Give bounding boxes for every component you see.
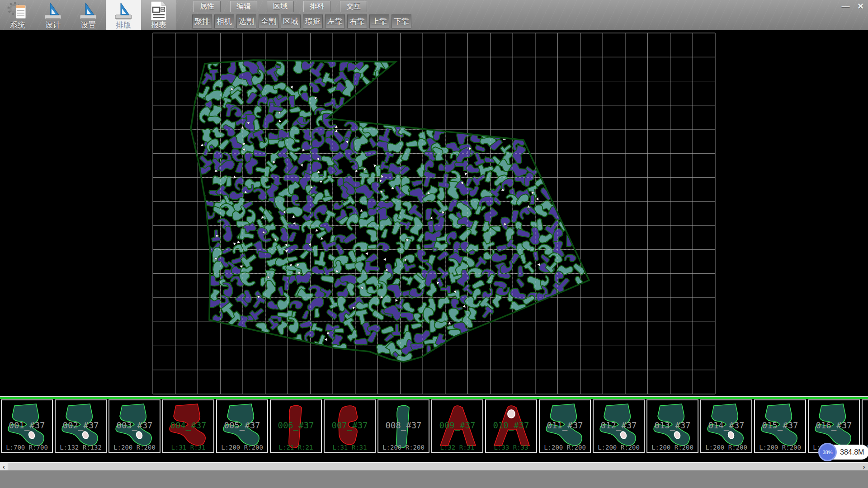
piece-id: 014_#37 xyxy=(701,420,751,430)
piece-id: 002_#37 xyxy=(56,420,106,430)
nesting-canvas[interactable] xyxy=(0,30,868,396)
piece-thumbnail[interactable]: 013_#37L:200 R:200 xyxy=(646,399,698,453)
tool-camera-button[interactable]: 相机 xyxy=(214,14,234,28)
piece-lr-count: L:200 R:200 xyxy=(109,444,160,451)
piece-thumbnail[interactable]: 004_#37L:31 R:31 xyxy=(162,399,214,453)
piece-thumbnail[interactable]: 015_#37L:200 R:200 xyxy=(754,399,806,453)
piece-thumbnail[interactable]: 002_#37L:132 R:132 xyxy=(55,399,107,453)
tool-defect-button[interactable]: 瑕疵 xyxy=(303,14,323,28)
panel-top-border xyxy=(0,396,868,399)
nav-settings-button[interactable]: 设置 xyxy=(71,0,106,30)
menu-interact-button[interactable]: 交互 xyxy=(340,1,367,12)
progress-circle: 38% xyxy=(818,443,837,461)
piece-lr-count: L:200 R:200 xyxy=(647,444,698,451)
ruler-icon xyxy=(78,1,99,21)
piece-lr-count: L:700 R:700 xyxy=(2,444,52,451)
piece-lr-count: L:200 R:200 xyxy=(701,444,751,451)
nav-system-button[interactable]: 系统 xyxy=(0,0,35,30)
piece-id: 017_#37 xyxy=(863,420,868,430)
piece-thumbnail[interactable]: 001_#37L:700 R:700 xyxy=(1,399,53,453)
memory-badge: 38% 384.8M xyxy=(819,445,868,460)
menu-nesting-button[interactable]: 排料 xyxy=(303,1,330,12)
menu-bar: 属性编辑区域排料交互 xyxy=(193,1,367,12)
memory-value: 384.8M xyxy=(840,445,864,460)
ruler-icon xyxy=(42,1,63,21)
tool-align-bottom-button[interactable]: 下靠 xyxy=(392,14,411,28)
toolbar: 系统设计设置排版报表 属性编辑区域排料交互 聚排相机选割全割区域瑕疵左靠右靠上靠… xyxy=(0,0,868,30)
piece-id: 007_#37 xyxy=(325,420,375,430)
piece-thumbnail[interactable]: 007_#37L:31 R:31 xyxy=(324,399,376,453)
application-window: 系统设计设置排版报表 属性编辑区域排料交互 聚排相机选割全割区域瑕疵左靠右靠上靠… xyxy=(0,0,868,488)
piece-id: 010_#37 xyxy=(486,420,536,430)
window-footer xyxy=(0,470,868,488)
piece-id: 003_#37 xyxy=(109,420,160,430)
piece-thumbnail[interactable]: 010_#37L:33 R:33 xyxy=(485,399,537,453)
piece-thumbnail-list: 001_#37L:700 R:700002_#37L:132 R:132003_… xyxy=(1,399,868,453)
piece-id: 009_#37 xyxy=(432,420,482,430)
piece-lr-count: L:200 R:200 xyxy=(594,444,644,451)
tool-bar: 聚排相机选割全割区域瑕疵左靠右靠上靠下靠 xyxy=(192,14,411,28)
piece-lr-count: L:132 R:132 xyxy=(56,444,106,451)
window-controls: — ✕ xyxy=(838,0,868,13)
nav-label: 设计 xyxy=(45,21,61,29)
piece-lr-count: L:33 R:33 xyxy=(486,444,536,451)
piece-thumbnail[interactable]: 008_#37L:200 R:200 xyxy=(377,399,429,453)
piece-id: 006_#37 xyxy=(271,420,321,430)
piece-lr-count: L:200 R:200 xyxy=(217,444,267,451)
close-button[interactable]: ✕ xyxy=(853,0,868,13)
main-nav: 系统设计设置排版报表 xyxy=(0,0,176,30)
tool-cluster-nest-button[interactable]: 聚排 xyxy=(192,14,212,28)
horizontal-scrollbar[interactable]: ‹ › xyxy=(0,462,868,470)
system-icon xyxy=(7,1,28,21)
scroll-right-button[interactable]: › xyxy=(860,463,868,470)
piece-lr-count: L:21 R:21 xyxy=(271,444,321,451)
piece-thumbnail[interactable]: 003_#37L:200 R:200 xyxy=(108,399,160,453)
piece-thumbnail[interactable]: 012_#37L:200 R:200 xyxy=(593,399,645,453)
piece-thumbnail[interactable]: 014_#37L:200 R:200 xyxy=(700,399,752,453)
nav-label: 设置 xyxy=(80,21,96,29)
piece-id: 008_#37 xyxy=(378,420,429,430)
menu-region-button[interactable]: 区域 xyxy=(267,1,294,12)
piece-id: 001_#37 xyxy=(2,420,52,430)
menu-edit-button[interactable]: 编辑 xyxy=(230,1,257,12)
piece-id: 013_#37 xyxy=(647,420,698,430)
piece-thumbnail[interactable]: 005_#37L:200 R:200 xyxy=(216,399,268,453)
nested-pieces-layer xyxy=(193,56,586,366)
piece-lr-count: L:32 R:31 xyxy=(432,444,482,451)
piece-lr-count: L:200 R:200 xyxy=(755,444,805,451)
piece-thumbnail[interactable]: 009_#37L:32 R:31 xyxy=(431,399,483,453)
piece-lr-count: L:31 R:31 xyxy=(325,444,375,451)
piece-lr-count: L:200 R:200 xyxy=(540,444,590,451)
piece-id: 011_#37 xyxy=(540,420,590,430)
piece-thumbnail[interactable]: 006_#37L:21 R:21 xyxy=(270,399,322,453)
report-icon xyxy=(149,1,168,21)
piece-thumbnail[interactable]: 011_#37L:200 R:200 xyxy=(539,399,591,453)
piece-id: 004_#37 xyxy=(163,420,213,430)
piece-lr-count: L:200 R:200 xyxy=(378,444,429,451)
tool-align-left-button[interactable]: 左靠 xyxy=(325,14,345,28)
tool-region-button[interactable]: 区域 xyxy=(281,14,301,28)
scroll-left-button[interactable]: ‹ xyxy=(0,463,8,470)
piece-id: 016_#37 xyxy=(809,420,859,430)
nav-label: 排版 xyxy=(116,21,131,29)
menu-properties-button[interactable]: 属性 xyxy=(193,1,221,12)
pieces-panel: 001_#37L:700 R:700002_#37L:132 R:132003_… xyxy=(0,396,868,453)
nav-label: 报表 xyxy=(151,21,166,29)
minimize-button[interactable]: — xyxy=(838,0,853,13)
tool-align-top-button[interactable]: 上靠 xyxy=(369,14,389,28)
nesting-drawing xyxy=(0,30,868,396)
tool-cut-all-button[interactable]: 全割 xyxy=(259,14,278,28)
piece-id: 012_#37 xyxy=(594,420,644,430)
tool-select-cut-button[interactable]: 选割 xyxy=(236,14,256,28)
tool-align-right-button[interactable]: 右靠 xyxy=(347,14,367,28)
piece-lr-count: L:31 R:31 xyxy=(163,444,213,451)
piece-id: 015_#37 xyxy=(755,420,805,430)
nav-label: 系统 xyxy=(10,21,25,29)
ruler-icon xyxy=(113,1,134,21)
piece-id: 005_#37 xyxy=(217,420,267,430)
nav-design-button[interactable]: 设计 xyxy=(35,0,71,30)
nav-layout-button[interactable]: 排版 xyxy=(106,0,141,30)
nav-report-button[interactable]: 报表 xyxy=(141,0,176,30)
